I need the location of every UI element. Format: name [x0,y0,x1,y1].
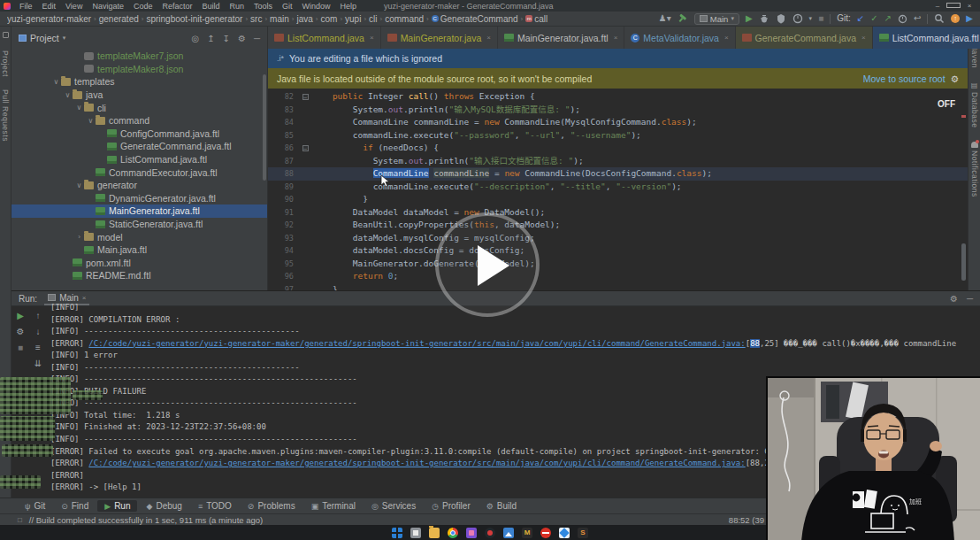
menu-edit[interactable]: Edit [38,2,61,11]
sidebar-item-notifications[interactable]: Notifications [970,142,979,197]
settings-icon[interactable]: ⚙ [238,34,246,43]
video-play-button[interactable] [435,212,540,317]
breadcrumb-item[interactable]: main [270,14,289,24]
breadcrumb-item[interactable]: springboot-init-generator [146,14,242,24]
layout-icon[interactable]: □ [18,516,22,524]
breadcrumb-item[interactable]: CGenerateCommand [432,14,518,24]
close-icon[interactable]: × [486,34,491,42]
update-notification-icon[interactable]: ↑ [951,14,960,23]
toolwindow-button-problems[interactable]: ⊘Problems [241,500,302,512]
project-panel-title[interactable]: Project [30,33,59,43]
locate-icon[interactable]: ◎ [191,34,199,43]
tree-item[interactable]: ∨cli [11,101,267,114]
taskbar-icon-file-explorer[interactable] [429,528,440,538]
toolwindow-button-find[interactable]: ⊙Find [54,500,96,512]
breadcrumb-item[interactable]: java [296,14,312,24]
git-update-icon[interactable]: ↙ [857,14,864,23]
taskbar-icon-app-orange[interactable]: S [578,528,588,538]
minimize-button[interactable]: – [930,2,945,10]
tree-item[interactable]: StaticGenerator.java.ftl [11,218,267,231]
menu-navigate[interactable]: Navigate [88,2,128,11]
gradle-sync-icon[interactable]: ▶ [966,14,973,23]
toolwindow-button-services[interactable]: ◎Services [364,500,423,512]
editor-scrollbar[interactable] [961,243,966,281]
tree-item[interactable]: pom.xml.ftl [11,257,267,270]
menu-build[interactable]: Build [197,2,224,11]
menu-tools[interactable]: Tools [249,2,277,11]
hide-icon[interactable]: ─ [254,34,260,43]
breadcrumb-item[interactable]: cli [369,14,377,24]
breadcrumb-item[interactable]: command [385,14,424,24]
sidebar-item-database[interactable]: ▤ Database [970,82,979,127]
taskbar-icon-app-blue[interactable] [503,528,514,538]
expand-all-icon[interactable]: ↥ [207,34,214,43]
gear-icon[interactable]: ⚙ [951,73,959,84]
run-button[interactable]: ▶ [746,14,753,23]
taskbar-icon-task-view[interactable] [410,528,421,538]
project-tree-scrollbar[interactable] [263,74,266,181]
collapse-all-icon[interactable]: ↧ [223,34,230,43]
up-stack-icon[interactable]: ↑ [36,311,41,320]
toolwindow-button-todo[interactable]: ≡TODO [191,500,239,512]
rollback-icon[interactable]: ↩ [914,14,921,23]
caret-position[interactable]: 88:52 (39 [729,515,764,525]
coverage-icon[interactable] [776,13,786,24]
close-icon[interactable]: × [82,294,87,302]
tab-generatecommand-java[interactable]: GenerateCommand.java× [736,27,873,49]
breadcrumb-item[interactable]: yuzi-generator-maker [7,14,91,24]
tree-item[interactable]: DynamicGenerator.java.ftl [11,192,267,205]
history-icon[interactable] [898,14,907,24]
breadcrumb-item[interactable]: src [250,14,262,24]
toolwindow-button-terminal[interactable]: ▣Terminal [304,500,363,512]
console-file-link[interactable]: /C:/code/yuzi-generator/yuzi-generator-m… [88,459,745,467]
close-icon[interactable]: × [370,34,374,42]
tree-item[interactable]: CommandExecutor.java.ftl [11,166,267,179]
profile-icon[interactable]: ♟▾ [659,14,671,23]
fold-icon[interactable]: – [298,142,312,155]
git-push-icon[interactable]: ↗ [884,14,892,23]
tree-item[interactable]: ∨templates [11,75,267,89]
taskbar-icon-app-red[interactable] [540,528,551,538]
sidebar-item-pull-requests[interactable]: Pull Requests [1,89,10,142]
tree-item[interactable]: ›model [11,230,267,243]
menu-refactor[interactable]: Refactor [157,2,196,11]
breadcrumb-item[interactable]: yupi [345,14,361,24]
run-configuration-select[interactable]: Main ▾ [694,13,739,25]
rerun-button[interactable]: ▶ [17,311,24,320]
menu-view[interactable]: View [61,2,87,11]
breadcrumb-item[interactable]: com [320,14,337,24]
close-icon[interactable]: × [724,34,729,42]
tree-item[interactable]: ∨command [11,114,267,127]
tree-item[interactable]: templateMaker7.json [11,50,267,63]
profiler-icon[interactable] [792,13,803,24]
taskbar-icon-screenshot-tool[interactable] [466,528,477,538]
move-to-source-root-link[interactable]: Move to source root [863,73,946,84]
toolwindow-button-profiler[interactable]: ◷Profiler [425,500,478,512]
debug-icon[interactable] [759,13,769,24]
run-settings-icon[interactable]: ⚙ [17,327,25,336]
close-icon[interactable]: × [861,34,866,42]
toolwindow-button-debug[interactable]: ◆Debug [139,500,188,512]
menu-help[interactable]: Help [336,2,362,11]
tree-item[interactable]: GenerateCommand.java.ftl [11,140,267,153]
taskbar-icon-recorder[interactable] [485,528,495,538]
tab-listcommand-java-ftl[interactable]: ListCommand.java.ftl× [873,27,980,49]
taskbar-icon-chrome[interactable] [448,528,458,538]
tree-item[interactable]: ∨java [11,89,267,102]
taskbar-icon-windows-start[interactable] [392,528,402,538]
tree-item[interactable]: ∨generator [11,179,267,192]
chevron-down-icon[interactable]: ▾ [63,35,66,42]
close-icon[interactable]: × [614,34,618,42]
tab-maingenerator-java[interactable]: MainGenerator.java× [381,27,498,49]
search-icon[interactable] [934,13,945,24]
chevron-down-icon[interactable]: ▾ [809,14,813,23]
menu-window[interactable]: Window [298,2,335,11]
console-file-link[interactable]: /C:/code/yuzi-generator/yuzi-generator-m… [88,339,745,348]
toolwindow-button-build[interactable]: ⚙Build [479,500,524,512]
breadcrumb-item[interactable]: generated [99,14,139,24]
menu-code[interactable]: Code [129,2,157,11]
close-button[interactable]: × [962,2,976,10]
git-commit-icon[interactable]: ✓ [870,14,877,23]
menu-run[interactable]: Run [225,2,249,11]
taskbar-icon-archive-tool[interactable]: M [522,528,532,538]
